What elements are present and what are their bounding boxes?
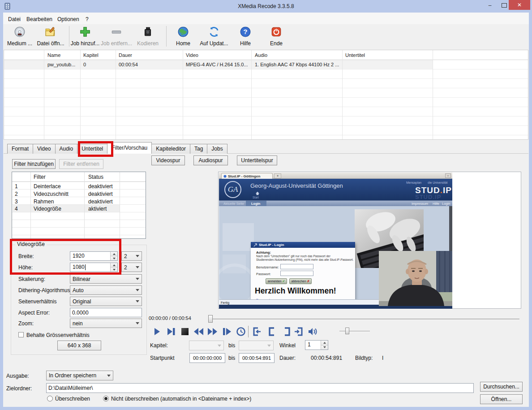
set-end-mark-button[interactable] [282, 326, 292, 337]
tab-kapiteleditor[interactable]: Kapiteleditor [151, 144, 190, 154]
durchsuchen-button[interactable]: Durchsuchen... [480, 382, 523, 392]
nav-hilfe: Hilfe [433, 202, 439, 206]
breite-input[interactable]: 1920 [70, 251, 118, 261]
mute-button[interactable] [307, 326, 318, 337]
winkel-value: 1 [308, 341, 311, 348]
timer-button[interactable] [236, 326, 246, 337]
untertitelspur-button[interactable]: Untertitelspur [237, 155, 277, 165]
ueberschreiben-radio[interactable] [47, 396, 53, 401]
videospur-button[interactable]: Videospur [151, 155, 185, 165]
goto-end-mark-button[interactable] [294, 326, 305, 337]
volume-slider-handle[interactable] [345, 328, 349, 334]
skalierung-dropdown[interactable]: Bilinear [70, 274, 142, 284]
volume-slider-track[interactable] [339, 331, 370, 332]
goto-start-mark-button[interactable] [251, 326, 262, 337]
aspect-error-input[interactable]: 0.0000 [70, 308, 142, 317]
seitenverhaeltnis-dropdown[interactable]: Original [70, 297, 142, 306]
hoehe-label: Höhe: [18, 264, 33, 271]
site-header: GA Georg-August-Universität Göttingen St… [219, 179, 452, 200]
tab-filter-vorschau[interactable]: Filter/Vorschau [107, 142, 152, 154]
oeffnen-button[interactable]: Öffnen... [480, 394, 523, 404]
filter-row-status: deaktiviert [88, 183, 113, 190]
abbrechen-button: abbrechen✗ [289, 278, 312, 284]
toolbar-encode-button[interactable]: Kodieren [129, 26, 167, 47]
column-header-untertitel[interactable]: Untertitel [345, 52, 365, 58]
cell-audio: 1. English AAC 47 Kbps 44100 Hz 2 ... [255, 62, 339, 67]
filter-row-status: aktiviert [88, 206, 107, 212]
startpunkt-input[interactable]: 00:00:00:000 [189, 353, 225, 363]
minimize-button[interactable]: – [484, 1, 496, 9]
seek-slider-handle[interactable] [208, 315, 213, 323]
cell-name: pw_youtub... [47, 62, 75, 67]
column-header-dauer[interactable]: Dauer [119, 52, 132, 58]
hoehe-input[interactable]: 1080 [70, 263, 118, 272]
keep-ratio-checkbox[interactable] [18, 332, 24, 337]
audiospur-button[interactable]: Audiospur [193, 155, 228, 165]
nicht-ueberschreiben-label: Nicht überschreiben (automatisch in <Dat… [111, 396, 251, 402]
column-header-audio[interactable]: Audio [255, 52, 267, 58]
tab-format[interactable]: Format [7, 144, 33, 154]
status-col-header[interactable]: Status [88, 174, 103, 180]
anmelden-button: anmelden✓ [266, 278, 287, 284]
menu-bearbeiten[interactable]: Bearbeiten [25, 15, 54, 23]
fast-forward-button[interactable] [207, 326, 218, 337]
rewind-button[interactable] [193, 326, 204, 337]
refresh-icon [208, 26, 220, 38]
filter-row-status: deaktiviert [88, 199, 113, 205]
chevron-down-icon [136, 278, 139, 280]
hoehe-spinner[interactable] [110, 263, 117, 272]
zielordner-input[interactable]: D:\Data\Mülleimer\ [46, 383, 474, 393]
menu-hilfe[interactable]: ? [84, 15, 90, 23]
zielordner-label: Zielordner: [6, 385, 32, 392]
filter-row-name[interactable]: Rahmen [34, 199, 54, 205]
next-frame-button[interactable] [166, 326, 176, 337]
filter-table: Filter Status 1 Deinterlace deaktiviert … [12, 172, 146, 239]
nicht-ueberschreiben-radio[interactable] [103, 396, 109, 401]
warning-title: Achtung: [256, 250, 271, 255]
stop-button[interactable] [180, 326, 190, 337]
seek-slider-track[interactable] [209, 319, 519, 320]
tab-jobs[interactable]: Jobs [207, 144, 227, 154]
remove-filter-button[interactable]: Filter entfernen [59, 159, 103, 169]
toolbar-open-file-button[interactable]: Datei öffn... [32, 26, 69, 47]
menu-datei[interactable]: Datei [6, 15, 22, 23]
title-bar: XMedia Recode 3.3.5.8 – ✕ [0, 0, 532, 13]
column-header-video[interactable]: Video [186, 52, 198, 58]
tab-untertitel[interactable]: Untertitel [77, 144, 107, 154]
winkel-input[interactable]: 1 [305, 340, 328, 350]
keep-ratio-label: Behalte Grössenverhältnis [26, 332, 90, 338]
winkel-spinner[interactable] [321, 341, 328, 350]
column-header-name[interactable]: Name [47, 52, 60, 58]
toolbar-end-button[interactable]: Ende [257, 26, 295, 47]
endpunkt-input[interactable]: 00:00:54:891 [239, 353, 275, 363]
filter-row-name[interactable]: Deinterlace [34, 183, 61, 190]
filter-row-name[interactable]: Videogröße [34, 206, 61, 212]
size-preset-button[interactable]: 640 x 368 [57, 341, 101, 350]
tab-video[interactable]: Video [33, 144, 55, 154]
panel-icon [253, 243, 257, 247]
breite-spinner[interactable] [110, 252, 117, 260]
filter-row-name[interactable]: Videozuschnitt [34, 191, 69, 197]
set-start-mark-button[interactable] [266, 326, 277, 337]
add-filter-button[interactable]: Filter hinzufügen [12, 159, 56, 169]
hoehe-mod-dropdown[interactable]: 2 [121, 263, 142, 272]
webcam-overlay [379, 251, 452, 306]
filter-col-header[interactable]: Filter [34, 174, 46, 180]
favicon [223, 175, 227, 178]
close-button[interactable]: ✕ [509, 0, 530, 10]
tab-tag[interactable]: Tag [190, 144, 207, 154]
kapitel-to-dropdown[interactable] [239, 341, 274, 350]
university-title: Georg-August-Universität Göttingen [250, 182, 343, 189]
column-header-kapitel[interactable]: Kapitel [83, 52, 99, 58]
dithering-dropdown[interactable]: Auto [70, 285, 142, 295]
kapitel-from-dropdown[interactable] [189, 341, 224, 350]
menu-optionen[interactable]: Optionen [56, 15, 81, 23]
step-forward-button[interactable] [222, 326, 232, 337]
tab-audio[interactable]: Audio [55, 144, 78, 154]
chevron-down-icon [267, 345, 271, 347]
zoom-dropdown[interactable]: nein [70, 319, 142, 328]
ausgabe-dropdown[interactable]: In Ordner speichern [46, 371, 113, 380]
play-button[interactable] [151, 326, 162, 337]
menu-bar: Datei Bearbeiten Optionen ? [3, 13, 529, 24]
breite-mod-dropdown[interactable]: 2 [121, 251, 142, 261]
